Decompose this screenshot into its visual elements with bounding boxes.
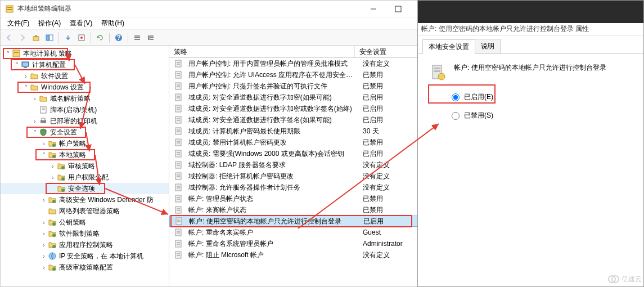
menu-file[interactable]: 文件(F) [3, 17, 34, 29]
tree-node[interactable]: › 公钥策略 [1, 217, 169, 228]
expand-icon[interactable]: ˅ [13, 62, 21, 68]
list-row[interactable]: 帐户: 重命名系统管理员帐户 Administrator [169, 238, 440, 249]
svg-rect-79 [177, 174, 180, 176]
view-list-button[interactable] [131, 32, 143, 44]
list-row[interactable]: 域成员: 对安全通道数据进行数字签名(如果可能) 已启用 [169, 114, 440, 125]
menu-view[interactable]: 查看(V) [65, 17, 97, 29]
list-row[interactable]: 用户帐户控制: 用于内置管理员帐户的管理员批准模式 没有定义 [169, 58, 440, 69]
expand-icon[interactable]: ˅ [4, 51, 12, 57]
radio-enabled[interactable]: 已启用(E) [452, 92, 632, 102]
policy-item-icon [174, 239, 183, 248]
show-hide-tree-button[interactable] [43, 32, 56, 44]
expand-icon[interactable]: › [31, 96, 39, 102]
svg-rect-85 [177, 197, 180, 198]
expand-icon[interactable]: › [40, 253, 48, 259]
tree-pane[interactable]: ˅ 本地计算机 策略 ˅ 计算机配置 › 软件设置 ˅ Windows 设置 ›… [1, 46, 169, 286]
back-button[interactable] [3, 32, 15, 44]
forward-button[interactable] [16, 32, 29, 44]
list-row[interactable]: 帐户: 使用空密码的本地帐户只允许进行控制台登录 已启用 [169, 216, 440, 227]
list-row[interactable]: 域成员: 禁用计算机帐户密码更改 已禁用 [169, 137, 440, 148]
cell-policy: 域成员: 需要强(Windows 2000 或更高版本)会话密钥 [185, 149, 359, 159]
tree-node[interactable]: 网络列表管理器策略 [1, 205, 169, 217]
tree-node[interactable]: › IP 安全策略，在 本地计算机 [1, 250, 169, 262]
tree-node[interactable]: › 应用程序控制策略 [1, 239, 169, 250]
svg-rect-65 [177, 120, 180, 121]
properties-button[interactable] [75, 32, 88, 44]
expand-icon[interactable]: › [40, 231, 48, 237]
help-button[interactable]: ? [112, 32, 125, 44]
list-row[interactable]: 域成员: 需要强(Windows 2000 或更高版本)会话密钥 已启用 [169, 148, 440, 159]
expand-icon[interactable]: › [40, 264, 48, 271]
expand-icon[interactable]: ˅ [40, 152, 48, 158]
menu-help[interactable]: 帮助(H) [97, 17, 129, 29]
expand-icon[interactable]: › [49, 174, 57, 181]
tab-local-security[interactable]: 本地安全设置 [422, 39, 475, 54]
tree-node[interactable]: › 用户权限分配 [1, 172, 169, 183]
tree-node[interactable]: › 帐户策略 [1, 138, 169, 149]
radio-enabled-label: 已启用(E) [464, 92, 493, 102]
expand-icon[interactable]: ˅ [31, 129, 39, 136]
folder-icon [39, 94, 48, 103]
tree-node[interactable]: › 软件限制策略 [1, 228, 169, 239]
refresh-button[interactable] [94, 32, 106, 44]
export-button[interactable] [62, 32, 74, 44]
tree-node[interactable]: ˅ Windows 设置 [1, 82, 169, 93]
properties-dialog: 帐户: 使用空密码的本地帐户只允许进行控制台登录 属性 本地安全设置 说明 帐户… [417, 0, 644, 287]
tree-node[interactable]: ˅ 计算机配置 [1, 59, 169, 70]
menu-action[interactable]: 操作(A) [34, 17, 65, 29]
svg-point-35 [61, 189, 65, 192]
list-row[interactable]: 用户帐户控制: 只提升签名并验证的可执行文件 已禁用 [169, 80, 440, 92]
expand-icon[interactable]: › [40, 141, 48, 147]
expand-icon[interactable]: › [49, 163, 57, 169]
radio-disabled-input[interactable] [452, 112, 460, 120]
tree-node[interactable]: ˅ 安全设置 [1, 127, 169, 138]
maximize-button[interactable] [386, 1, 411, 17]
expand-icon[interactable]: › [40, 242, 48, 248]
list-row[interactable]: 域控制器: 拒绝计算机帐户密码更改 没有定义 [169, 171, 440, 182]
list-row[interactable]: 帐户: 阻止 Microsoft 帐户 没有定义 [169, 249, 440, 261]
toolbar: ? [1, 30, 440, 46]
tree-label: 高级安全 Windows Defender 防 [59, 195, 154, 205]
tree-node[interactable]: › 审核策略 [1, 160, 169, 172]
expand-icon[interactable]: ˅ [22, 84, 30, 91]
list-row[interactable]: 域控制器: 允许服务器操作者计划任务 没有定义 [169, 182, 440, 193]
list-row[interactable]: 帐户: 重命名来宾帐户 Guest [169, 227, 440, 238]
tree-label: IP 安全策略，在 本地计算机 [59, 252, 143, 261]
list-row[interactable]: 域成员: 计算机帐户密码最长使用期限 30 天 [169, 125, 440, 137]
svg-rect-19 [150, 37, 154, 38]
list-row[interactable]: 用户帐户控制: 允许 UIAccess 应用程序在不使用安全桌面... 已禁用 [169, 69, 440, 80]
tab-explain[interactable]: 说明 [475, 39, 501, 53]
list-row[interactable]: 域成员: 对安全通道数据进行数字加密或数字签名(始终) 已启用 [169, 103, 440, 114]
minimize-button[interactable] [361, 1, 386, 17]
radio-disabled[interactable]: 已禁用(S) [452, 111, 632, 120]
watermark: 亿速云 [608, 273, 642, 285]
expand-icon[interactable]: › [22, 73, 30, 79]
policy-item-icon [174, 183, 183, 192]
list-row[interactable]: 域控制器: LDAP 服务器签名要求 没有定义 [169, 159, 440, 171]
expand-icon[interactable]: › [40, 219, 48, 226]
expand-icon[interactable]: › [31, 118, 39, 124]
list-row[interactable]: 帐户: 来宾帐户状态 已禁用 [169, 204, 440, 216]
list-row[interactable]: 域成员: 对安全通道数据进行数字加密(如果可能) 已启用 [169, 92, 440, 103]
tree-node[interactable]: › 高级审核策略配置 [1, 262, 169, 273]
list-row[interactable]: 帐户: 管理员帐户状态 已禁用 [169, 193, 440, 204]
tree-node[interactable]: › 软件设置 [1, 70, 169, 82]
svg-rect-67 [177, 129, 180, 131]
expand-icon[interactable]: › [40, 197, 48, 203]
tree-node[interactable]: ˅ 本地计算机 策略 [1, 48, 169, 59]
radio-enabled-input[interactable] [452, 93, 460, 101]
tree-node[interactable]: 安全选项 [1, 183, 169, 194]
tree-node[interactable]: › 高级安全 Windows Defender 防 [1, 194, 169, 205]
tree-node[interactable]: › 已部署的打印机 [1, 115, 169, 127]
tree-node[interactable]: 脚本(启动/关机) [1, 104, 169, 115]
col-policy-header[interactable]: 策略 [169, 46, 355, 57]
tree-node[interactable]: › 域名解析策略 [1, 93, 169, 104]
svg-rect-73 [177, 152, 180, 153]
up-button[interactable] [30, 32, 42, 44]
policy-item-icon [174, 104, 183, 113]
tree-node[interactable]: ˅ 本地策略 [1, 149, 169, 160]
view-detail-button[interactable] [145, 32, 157, 44]
cell-policy: 帐户: 使用空密码的本地帐户只允许进行控制台登录 [186, 217, 360, 226]
svg-rect-8 [46, 35, 49, 41]
list-body[interactable]: 用户帐户控制: 用于内置管理员帐户的管理员批准模式 没有定义 用户帐户控制: 允… [169, 58, 440, 286]
